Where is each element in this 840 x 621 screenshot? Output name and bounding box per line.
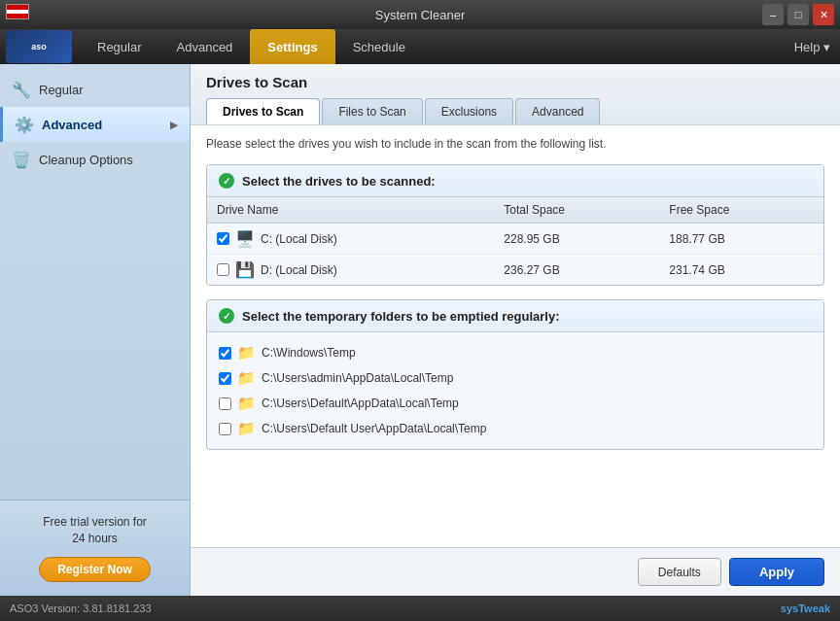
tab-files-to-scan[interactable]: Files to Scan xyxy=(322,98,422,124)
tab-drives-to-scan[interactable]: Drives to Scan xyxy=(206,98,320,124)
tab-bar: Drives to Scan Files to Scan Exclusions … xyxy=(206,98,824,124)
sidebar-item-advanced[interactable]: ⚙️ Advanced ▶ xyxy=(0,107,190,142)
regular-icon: 🔧 xyxy=(12,80,31,99)
sidebar-item-regular-label: Regular xyxy=(39,83,84,97)
page-title: Drives to Scan xyxy=(206,74,824,90)
register-button[interactable]: Register Now xyxy=(39,557,151,582)
folder-1-checkbox[interactable] xyxy=(219,372,231,385)
drive-c-free: 188.77 GB xyxy=(659,224,823,255)
content-body: Please select the drives you wish to inc… xyxy=(191,125,840,547)
drives-section-header: ✓ Select the drives to be scanned: xyxy=(207,165,823,197)
minimize-button[interactable]: – xyxy=(762,4,784,25)
action-bar: Defaults Apply xyxy=(191,547,840,596)
folder-3-checkbox[interactable] xyxy=(219,423,231,435)
menu-bar: aso Regular Advanced Settings Schedule H… xyxy=(0,29,840,64)
folder-1-icon: 📁 xyxy=(237,369,256,387)
folder-list: 📁 C:\Windows\Temp 📁 C:\Users\admin\AppDa… xyxy=(207,332,823,449)
drive-c-name: 🖥️ C: (Local Disk) xyxy=(207,224,494,255)
folder-2-icon: 📁 xyxy=(237,395,256,412)
col-free-space: Free Space xyxy=(659,197,823,224)
sidebar-item-regular[interactable]: 🔧 Regular xyxy=(0,72,190,107)
close-button[interactable]: ✕ xyxy=(813,4,834,25)
table-row: 🖥️ C: (Local Disk) 228.95 GB 188.77 GB xyxy=(207,224,823,255)
folder-2-path: C:\Users\Default\AppData\Local\Temp xyxy=(262,397,459,410)
version-text: ASO3 Version: 3.81.8181.233 xyxy=(10,603,152,614)
window-controls: – □ ✕ xyxy=(762,4,834,25)
green-check-icon-2: ✓ xyxy=(219,308,234,324)
folder-0-icon: 📁 xyxy=(237,344,256,362)
content-header: Drives to Scan Drives to Scan Files to S… xyxy=(191,64,840,125)
col-total-space: Total Space xyxy=(494,197,659,224)
window-title: System Cleaner xyxy=(375,8,465,22)
tab-exclusions[interactable]: Exclusions xyxy=(425,98,513,124)
drives-section: ✓ Select the drives to be scanned: Drive… xyxy=(206,164,824,286)
sidebar-item-cleanup-label: Cleanup Options xyxy=(39,153,133,167)
folder-1-path: C:\Users\admin\AppData\Local\Temp xyxy=(262,371,453,385)
apply-button[interactable]: Apply xyxy=(729,558,824,586)
menu-settings[interactable]: Settings xyxy=(250,29,334,64)
tab-advanced[interactable]: Advanced xyxy=(515,98,600,124)
sidebar-item-advanced-label: Advanced xyxy=(42,118,102,132)
status-bar: ASO3 Version: 3.81.8181.233 sysTweak xyxy=(0,596,840,621)
drive-c-checkbox[interactable] xyxy=(217,232,229,245)
content-area: Drives to Scan Drives to Scan Files to S… xyxy=(191,64,840,596)
help-menu[interactable]: Help ▾ xyxy=(794,40,830,54)
list-item: 📁 C:\Users\Default User\AppData\Local\Te… xyxy=(219,416,812,441)
maximize-button[interactable]: □ xyxy=(788,4,809,25)
folder-3-path: C:\Users\Default User\AppData\Local\Temp xyxy=(262,422,486,435)
folders-section-title: Select the temporary folders to be empti… xyxy=(242,309,560,324)
trial-text: Free trial version for24 hours xyxy=(12,514,178,547)
description-text: Please select the drives you wish to inc… xyxy=(206,137,824,151)
table-row: 💾 D: (Local Disk) 236.27 GB 231.74 GB xyxy=(207,255,823,286)
defaults-button[interactable]: Defaults xyxy=(638,558,721,586)
drive-d-free: 231.74 GB xyxy=(659,255,823,286)
trial-box: Free trial version for24 hours Register … xyxy=(0,500,190,596)
drive-c-total: 228.95 GB xyxy=(494,224,659,255)
list-item: 📁 C:\Users\Default\AppData\Local\Temp xyxy=(219,391,812,416)
col-drive-name: Drive Name xyxy=(207,197,494,224)
green-check-icon: ✓ xyxy=(219,173,234,189)
sidebar: 🔧 Regular ⚙️ Advanced ▶ 🗑️ Cleanup Optio… xyxy=(0,64,191,596)
chevron-right-icon: ▶ xyxy=(170,120,178,130)
drive-d-total: 236.27 GB xyxy=(494,255,659,286)
cleanup-icon: 🗑️ xyxy=(12,150,31,169)
menu-regular[interactable]: Regular xyxy=(80,29,159,64)
sidebar-item-cleanup[interactable]: 🗑️ Cleanup Options xyxy=(0,142,190,177)
drive-c-label: C: (Local Disk) xyxy=(261,232,337,246)
folder-3-icon: 📁 xyxy=(237,420,256,437)
flag-icon xyxy=(6,4,29,19)
folder-0-path: C:\Windows\Temp xyxy=(262,346,356,360)
drive-d-icon: 💾 xyxy=(235,260,255,279)
drive-c-icon: 🖥️ xyxy=(235,229,255,248)
menu-schedule[interactable]: Schedule xyxy=(335,29,423,64)
drives-section-title: Select the drives to be scanned: xyxy=(242,174,436,189)
title-bar: System Cleaner – □ ✕ xyxy=(0,0,840,29)
folders-section-header: ✓ Select the temporary folders to be emp… xyxy=(207,300,823,332)
list-item: 📁 C:\Users\admin\AppData\Local\Temp xyxy=(219,365,812,391)
main-container: 🔧 Regular ⚙️ Advanced ▶ 🗑️ Cleanup Optio… xyxy=(0,64,840,596)
list-item: 📁 C:\Windows\Temp xyxy=(219,340,812,365)
app-logo: aso xyxy=(6,30,72,63)
brand-logo: sysTweak xyxy=(781,603,830,614)
drive-d-name: 💾 D: (Local Disk) xyxy=(207,255,494,286)
drive-d-checkbox[interactable] xyxy=(217,263,229,276)
drives-table: Drive Name Total Space Free Space 🖥️ xyxy=(207,197,823,285)
advanced-icon: ⚙️ xyxy=(15,115,34,134)
folder-0-checkbox[interactable] xyxy=(219,347,231,360)
menu-advanced[interactable]: Advanced xyxy=(159,29,251,64)
folders-section: ✓ Select the temporary folders to be emp… xyxy=(206,299,824,450)
folder-2-checkbox[interactable] xyxy=(219,397,231,410)
drive-d-label: D: (Local Disk) xyxy=(261,263,337,277)
